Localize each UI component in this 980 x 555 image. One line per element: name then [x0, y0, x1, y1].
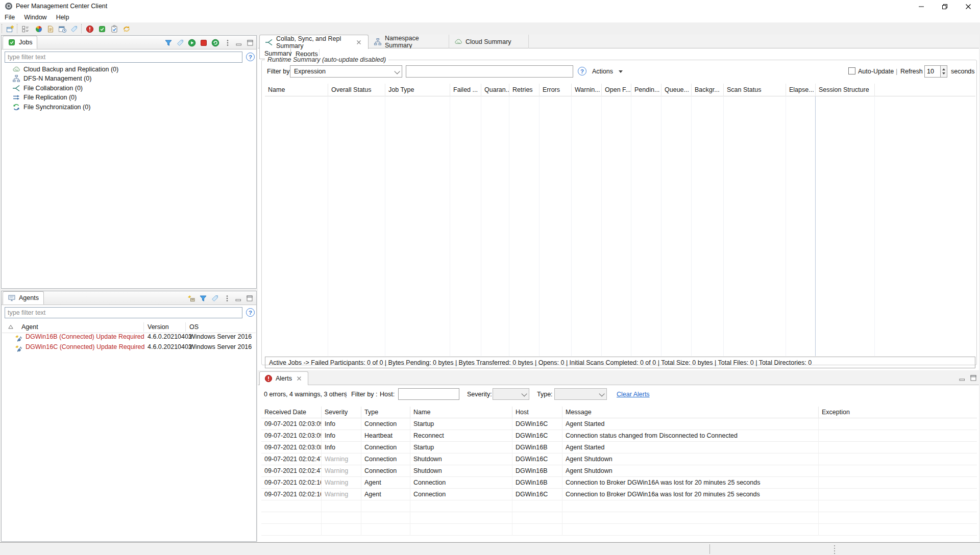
summary-col-overall-status[interactable]: Overall Status	[328, 84, 385, 96]
refresh-spinner[interactable]	[941, 65, 947, 78]
view-menu-icon[interactable]	[223, 38, 232, 47]
filter-by-label: Filter by:	[267, 68, 291, 75]
filter-jobs-icon[interactable]	[163, 38, 173, 47]
summary-col-session-structure[interactable]: Session Structure	[816, 84, 875, 96]
maximize-view-button[interactable]	[968, 373, 978, 383]
agents-col-os[interactable]: OS	[189, 323, 199, 331]
view-menu-icon[interactable]	[222, 293, 232, 303]
minimize-view-icon[interactable]	[234, 38, 243, 47]
summary-col-warnin[interactable]: Warnin...	[572, 84, 602, 96]
agents-filter-help-icon[interactable]: ?	[246, 308, 255, 317]
host-filter-input[interactable]	[398, 388, 459, 400]
summary-col-errors[interactable]: Errors	[540, 84, 572, 96]
transfer-refresh-icon[interactable]	[121, 24, 132, 34]
alerts-col-message[interactable]: Message	[562, 407, 819, 418]
minimize-view-button[interactable]	[957, 373, 967, 383]
agent-row[interactable]: DGWin16C (Connected) Update Required4.6.…	[2, 343, 256, 354]
agents-col-agent[interactable]: Agent	[21, 323, 38, 331]
alerts-col-severity[interactable]: Severity	[322, 407, 361, 418]
window-close-button[interactable]	[957, 0, 980, 13]
summary-col-backgr[interactable]: Backgr...	[692, 84, 724, 96]
new-job-wizard-icon[interactable]	[5, 24, 15, 34]
show-views-icon[interactable]	[20, 24, 31, 34]
agent-version: 4.6.0.20210402	[148, 343, 192, 350]
minimize-view-icon[interactable]	[233, 293, 243, 303]
sort-ascending-icon[interactable]	[7, 323, 15, 331]
start-job-icon[interactable]	[187, 38, 197, 47]
alerts-col-exception[interactable]: Exception	[819, 407, 977, 418]
alert-row[interactable]: 09-07-2021 02:03:09InfoConnectionStartup…	[261, 418, 977, 430]
jobs-filter-input[interactable]	[5, 52, 242, 63]
alert-row[interactable]: 09-07-2021 02:02:47WarningConnectionShut…	[261, 453, 977, 465]
editor-tab-3[interactable]: Cloud Summary	[449, 35, 529, 48]
agents-filter-input[interactable]	[5, 307, 242, 318]
schedule-icon[interactable]	[57, 24, 67, 34]
jobs-view-tab[interactable]: Jobs	[3, 36, 37, 49]
jobs-tree-item[interactable]: DFS-N Management (0)	[2, 74, 256, 84]
actions-menu-button[interactable]: Actions	[592, 68, 613, 75]
window-restore-button[interactable]	[933, 0, 957, 13]
clear-alerts-link[interactable]: Clear Alerts	[617, 391, 650, 398]
tasks-view-icon[interactable]	[109, 24, 119, 34]
alerts-col-name[interactable]: Name	[410, 407, 512, 418]
menu-window[interactable]: Window	[19, 13, 51, 22]
jobs-tree-item[interactable]: Cloud Backup and Replication (0)	[2, 64, 256, 74]
refresh-interval-input[interactable]	[924, 65, 941, 78]
alerts-view-tab[interactable]: Alerts	[259, 371, 308, 385]
tags-icon[interactable]	[69, 24, 79, 34]
tab-close-icon[interactable]	[295, 374, 303, 383]
menu-help[interactable]: Help	[52, 13, 74, 22]
alert-row[interactable]: 09-07-2021 02:03:08InfoConnectionStartup…	[261, 442, 977, 453]
summary-col-job-type[interactable]: Job Type	[385, 84, 450, 96]
filter-agents-icon[interactable]	[198, 293, 208, 303]
tag-filter-icon[interactable]	[210, 293, 219, 303]
alert-cell-date: 09-07-2021 02:02:47	[261, 453, 322, 465]
jobs-tree-item[interactable]: File Replication (0)	[2, 93, 256, 103]
filter-help-icon[interactable]: ?	[578, 67, 586, 75]
auto-update-checkbox[interactable]	[848, 67, 855, 74]
maximize-view-icon[interactable]	[245, 38, 255, 47]
summary-col-retries[interactable]: Retries	[509, 84, 540, 96]
summary-col-quaran[interactable]: Quaran...	[481, 84, 509, 96]
alert-cell-host: DGWin16C	[512, 418, 562, 430]
filter-expression-input[interactable]	[406, 65, 573, 78]
restart-job-icon[interactable]	[210, 38, 220, 47]
agents-view-icon[interactable]	[97, 24, 107, 34]
summary-col-scan-status[interactable]: Scan Status	[724, 84, 786, 96]
summary-col-failed[interactable]: Failed ...	[450, 84, 481, 96]
alert-row[interactable]: 09-07-2021 02:02:16WarningAgentConnectio…	[261, 477, 977, 489]
alerts-col-received-date[interactable]: Received Date	[261, 407, 322, 418]
update-agents-icon[interactable]	[186, 293, 196, 303]
jobs-filter-help-icon[interactable]: ?	[246, 53, 255, 61]
agent-row[interactable]: DGWin16B (Connected) Update Required4.6.…	[2, 333, 256, 343]
severity-combo[interactable]	[493, 388, 529, 400]
summary-col-queue[interactable]: Queue...	[662, 84, 692, 96]
type-combo[interactable]	[554, 388, 607, 400]
drag-handle-icon[interactable]	[834, 545, 836, 554]
alert-row[interactable]: 09-07-2021 02:02:16WarningAgentConnectio…	[261, 489, 977, 500]
window-minimize-button[interactable]	[910, 0, 933, 13]
editor-tab-1[interactable]: Collab, Sync, and Repl Summary	[259, 35, 369, 49]
reports-icon[interactable]	[45, 24, 56, 34]
summary-col-name[interactable]: Name	[265, 84, 328, 96]
jobs-tree-item[interactable]: File Collaboration (0)	[2, 83, 256, 93]
alerts-view-icon[interactable]	[85, 24, 95, 34]
menu-file[interactable]: File	[0, 13, 19, 22]
alert-row[interactable]: 09-07-2021 02:02:47WarningConnectionShut…	[261, 465, 977, 477]
tab-close-icon[interactable]	[355, 38, 363, 46]
summary-col-elapse[interactable]: Elapse...	[786, 84, 816, 96]
agents-col-version[interactable]: Version	[148, 323, 169, 331]
filter-type-combo[interactable]: Expression	[290, 65, 402, 78]
summary-col-open-f[interactable]: Open F...	[602, 84, 631, 96]
stop-job-icon[interactable]	[199, 38, 208, 47]
maximize-view-icon[interactable]	[244, 293, 254, 303]
alerts-col-type[interactable]: Type	[361, 407, 410, 418]
tag-filter-icon[interactable]	[175, 38, 185, 47]
alert-row[interactable]: 09-07-2021 02:03:09InfoHeartbeatReconnec…	[261, 430, 977, 442]
dashboard-icon[interactable]	[34, 24, 44, 34]
jobs-tree-item[interactable]: File Synchronization (0)	[2, 102, 256, 112]
editor-tab-2[interactable]: Namespace Summary	[369, 35, 449, 48]
alerts-col-host[interactable]: Host	[512, 407, 562, 418]
agents-view-tab[interactable]: Agents	[3, 291, 44, 305]
summary-col-pendin[interactable]: Pendin...	[631, 84, 662, 96]
